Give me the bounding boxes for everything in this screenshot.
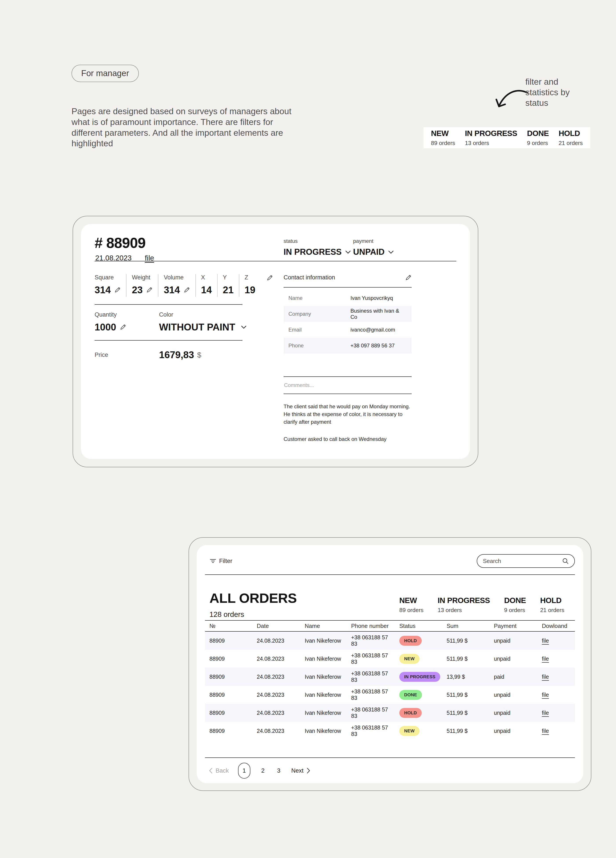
phone-cell: +38 063188 57 83 [347,724,395,737]
date-cell: 24.08.2023 [252,637,300,644]
payment-dropdown[interactable]: payment UNPAID [353,238,394,257]
color-value: WITHOUT PAINT [159,322,235,333]
price-value: 1679,83 [159,349,194,361]
param-value: 314 [95,284,110,295]
table-row[interactable]: 8890924.08.2023Ivan Nikeferow+38 063188 … [205,686,575,704]
stat-item[interactable]: IN PROGRESS13 orders [437,596,490,614]
pagination-page-2[interactable]: 2 [260,767,266,774]
price-currency: $ [197,351,201,359]
column-header: Dowloand [537,623,575,630]
column-header: Payment [490,623,537,630]
quantity-field: Quantity 1000 [95,311,159,333]
stat-label: DONE [504,596,526,605]
contact-row-name: NameIvan Yuspovcrikyq [283,290,412,306]
param-label: Z [245,274,255,281]
orders-table: №DateNamePhone numberStatusSumPaymentDow… [205,620,575,740]
status-dropdown-value: IN PROGRESS [283,247,342,257]
status-dropdown[interactable]: status IN PROGRESS [283,238,351,257]
payment-dropdown-label: payment [353,238,394,244]
orders-title: ALL ORDERS [210,590,297,606]
status-badge: IN PROGRESS [399,672,440,682]
sum-cell: 511,99 $ [442,656,490,662]
column-header: Status [395,623,442,630]
param-field-weight: Weight23 [126,274,159,297]
table-row[interactable]: 8890924.08.2023Ivan Nikeferow+38 063188 … [205,668,575,686]
stat-item[interactable]: HOLD21 orders [558,129,583,146]
edit-icon[interactable] [114,287,121,293]
order-no-cell: 88909 [205,656,252,662]
sum-cell: 511,99 $ [442,637,490,644]
contact-label: Email [288,327,350,333]
file-link[interactable]: file [542,692,549,698]
stat-item[interactable]: HOLD21 orders [540,596,564,614]
sum-cell: 511,99 $ [442,710,490,716]
edit-icon[interactable] [146,287,153,293]
sum-cell: 13,99 $ [442,674,490,680]
stat-item[interactable]: DONE9 orders [527,129,549,146]
color-label: Color [159,311,247,318]
contact-label: Phone [288,342,350,349]
param-label: Y [223,274,233,281]
table-row[interactable]: 8890924.08.2023Ivan Nikeferow+38 063188 … [205,722,575,740]
pagination-next[interactable]: Next [291,767,310,774]
contact-row-phone: Phone+38 097 889 56 37 [283,338,412,354]
status-cell: HOLD [395,708,442,718]
phone-cell: +38 063188 57 83 [347,652,395,665]
color-dropdown[interactable]: Color WITHOUT PAINT [159,311,247,333]
table-row[interactable]: 8890924.08.2023Ivan Nikeferow+38 063188 … [205,650,575,668]
pagination-page-3[interactable]: 3 [275,767,282,774]
filter-button[interactable]: Filter [210,558,232,564]
contact-title: Contact information [283,274,335,281]
download-cell: file [537,637,575,644]
stat-label: IN PROGRESS [465,129,517,138]
contact-value: Ivan Yuspovcrikyq [350,295,393,301]
edit-icon[interactable] [120,324,126,330]
annotation-text: filter and statistics by status [525,76,582,108]
intro-paragraph: Pages are designed based on surveys of m… [72,106,296,149]
edit-icon[interactable] [184,287,190,293]
pagination-page-1[interactable]: 1 [238,763,250,779]
file-link[interactable]: file [542,656,549,662]
pagination: Back123Next [209,763,310,779]
payment-cell: unpaid [490,637,537,644]
payment-cell: unpaid [490,656,537,662]
file-link[interactable]: file [542,637,549,644]
comments-input[interactable]: Comments... [283,377,412,393]
param-label: Weight [132,274,153,281]
payment-cell: paid [490,674,537,680]
phone-cell: +38 063188 57 83 [347,634,395,647]
status-cell: DONE [395,690,442,700]
table-row[interactable]: 8890924.08.2023Ivan Nikeferow+38 063188 … [205,704,575,722]
chevron-down-icon [345,250,351,254]
status-dropdown-label: status [283,238,351,244]
phone-cell: +38 063188 57 83 [347,706,395,719]
download-cell: file [537,710,575,716]
stat-count: 9 orders [527,140,549,146]
stat-count: 13 orders [465,140,517,146]
edit-icon[interactable] [266,275,273,297]
file-link[interactable]: file [542,674,549,680]
payment-cell: unpaid [490,692,537,698]
table-row[interactable]: 8890924.08.2023Ivan Nikeferow+38 063188 … [205,632,575,650]
contact-value: ivanco@gmail.com [350,327,395,333]
search-input[interactable]: Search [477,554,575,568]
file-link[interactable]: file [542,728,549,734]
file-link[interactable]: file [542,710,549,716]
param-value: 23 [132,284,143,295]
stat-item[interactable]: NEW89 orders [431,129,455,146]
stat-item[interactable]: DONE9 orders [504,596,526,614]
order-no-cell: 88909 [205,692,252,698]
date-cell: 24.08.2023 [252,692,300,698]
pagination-divider [205,757,575,758]
date-cell: 24.08.2023 [252,728,300,734]
name-cell: Ivan Nikeferow [300,656,347,662]
payment-cell: unpaid [490,728,537,734]
pagination-back[interactable]: Back [209,767,229,774]
stat-item[interactable]: IN PROGRESS13 orders [465,129,517,146]
column-header: № [205,623,252,630]
stat-item[interactable]: NEW89 orders [399,596,423,614]
comment-text: Customer asked to call back on Wednesday [283,435,411,443]
param-field-y: Y21 [218,274,240,297]
edit-icon[interactable] [405,274,412,281]
order-no-cell: 88909 [205,728,252,734]
